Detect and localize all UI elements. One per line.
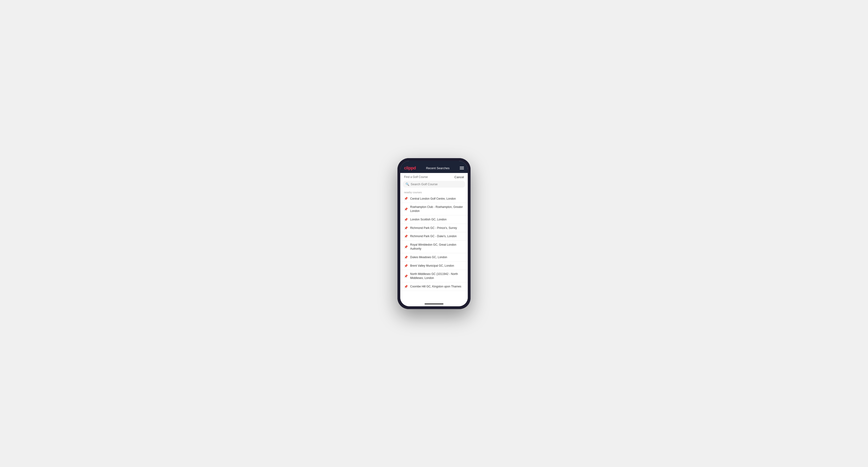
- list-item[interactable]: 📌 Roehampton Club - Roehampton, Greater …: [400, 203, 468, 215]
- pin-icon: 📌: [404, 218, 408, 221]
- phone-device: clippd Recent Searches Find a Golf Cours…: [397, 158, 471, 309]
- menu-icon[interactable]: [460, 166, 464, 169]
- menu-line-2: [460, 168, 464, 168]
- course-list: 📌 Central London Golf Centre, London 📌 R…: [400, 195, 468, 302]
- course-name: Dukes Meadows GC, London: [410, 255, 447, 259]
- pin-icon: 📌: [404, 275, 408, 278]
- course-name: Roehampton Club - Roehampton, Greater Lo…: [410, 205, 464, 213]
- nav-title: Recent Searches: [426, 166, 450, 170]
- search-bar[interactable]: 🔍: [403, 181, 465, 188]
- nearby-section-label: Nearby courses: [400, 189, 468, 195]
- phone-screen: clippd Recent Searches Find a Golf Cours…: [400, 161, 468, 306]
- pin-icon: 📌: [404, 226, 408, 230]
- list-item[interactable]: 📌 North Middlesex GC (1011942 - North Mi…: [400, 270, 468, 282]
- pin-icon: 📌: [404, 255, 408, 259]
- menu-line-3: [460, 169, 464, 169]
- course-name: London Scottish GC, London: [410, 218, 446, 222]
- find-label: Find a Golf Course: [404, 175, 428, 179]
- list-item[interactable]: 📌 Brent Valley Municipal GC, London: [400, 262, 468, 270]
- pin-icon: 📌: [404, 197, 408, 200]
- list-item[interactable]: 📌 Central London Golf Centre, London: [400, 195, 468, 203]
- course-name: Royal Wimbledon GC, Great London Authori…: [410, 243, 464, 251]
- home-indicator: [400, 302, 468, 306]
- pin-icon: 📌: [404, 245, 408, 249]
- status-bar: [400, 161, 468, 164]
- pin-icon: 📌: [404, 235, 408, 238]
- cancel-button[interactable]: Cancel: [455, 175, 464, 179]
- app-logo: clippd: [404, 166, 416, 170]
- search-input[interactable]: [411, 182, 463, 186]
- menu-line-1: [460, 166, 464, 167]
- search-icon: 🔍: [405, 182, 409, 186]
- course-name: Richmond Park GC - Duke's, London: [410, 234, 457, 238]
- main-content: Find a Golf Course Cancel 🔍 Nearby cours…: [400, 173, 468, 302]
- list-item[interactable]: 📌 Dukes Meadows GC, London: [400, 253, 468, 262]
- list-item[interactable]: 📌 Richmond Park GC - Duke's, London: [400, 232, 468, 241]
- pin-icon: 📌: [404, 285, 408, 288]
- navigation-bar: clippd Recent Searches: [400, 164, 468, 173]
- course-name: Coombe Hill GC, Kingston upon Thames: [410, 285, 461, 289]
- pin-icon: 📌: [404, 208, 408, 211]
- list-item[interactable]: 📌 London Scottish GC, London: [400, 215, 468, 224]
- home-bar: [425, 304, 443, 304]
- course-name: Central London Golf Centre, London: [410, 197, 456, 201]
- find-header: Find a Golf Course Cancel: [400, 173, 468, 181]
- pin-icon: 📌: [404, 264, 408, 268]
- list-item[interactable]: 📌 Richmond Park GC - Prince's, Surrey: [400, 224, 468, 232]
- course-name: North Middlesex GC (1011942 - North Midd…: [410, 272, 464, 280]
- course-name: Richmond Park GC - Prince's, Surrey: [410, 226, 457, 230]
- list-item[interactable]: 📌 Royal Wimbledon GC, Great London Autho…: [400, 241, 468, 253]
- list-item[interactable]: 📌 Coombe Hill GC, Kingston upon Thames: [400, 282, 468, 291]
- course-name: Brent Valley Municipal GC, London: [410, 264, 454, 268]
